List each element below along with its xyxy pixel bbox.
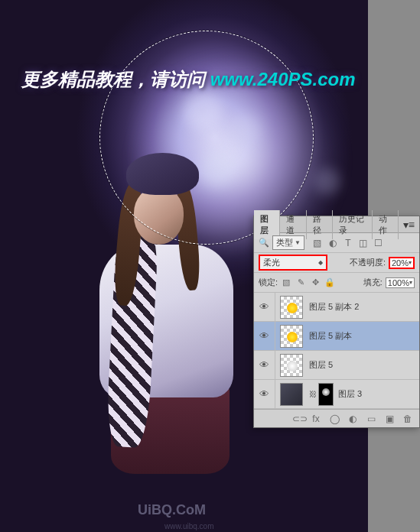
layer-thumbnail[interactable]	[280, 296, 303, 319]
fill-label: 填充:	[363, 277, 383, 288]
blend-mode-dropdown[interactable]: 柔光 ◆	[259, 255, 327, 271]
panel-menu-icon[interactable]: ▾≡	[399, 219, 419, 231]
lock-all-icon[interactable]: 🔒	[324, 277, 335, 287]
panel-bottom-toolbar: ⊂⊃ fx ◯ ◐ ▭ ▣ 🗑	[254, 409, 419, 427]
layer-row[interactable]: 👁 图层 5	[254, 351, 419, 380]
fill-input[interactable]: 100% ▾	[386, 277, 415, 288]
layer-thumbnail[interactable]	[280, 354, 303, 377]
chevron-down-icon: ◆	[318, 259, 323, 266]
layer-mask-icon[interactable]: ◯	[329, 414, 340, 424]
layer-row[interactable]: 👁 图层 5 副本	[254, 322, 419, 351]
bokeh	[314, 168, 340, 195]
visibility-toggle[interactable]: 👁	[254, 351, 275, 379]
layer-name[interactable]: 图层 5 副本	[308, 330, 352, 342]
link-layers-icon[interactable]: ⊂⊃	[292, 414, 303, 424]
watermark-label: 更多精品教程，请访问	[21, 69, 210, 89]
group-icon[interactable]: ▭	[366, 414, 376, 424]
lock-row: 锁定: ▧ ✎ ✥ 🔒 填充: 100% ▾	[254, 273, 419, 293]
lock-label: 锁定:	[259, 277, 278, 288]
visibility-toggle[interactable]: 👁	[254, 322, 275, 350]
shape-filter-icon[interactable]: ◫	[358, 238, 369, 248]
watermark-text: 更多精品教程，请访问 www.240PS.com	[21, 67, 356, 92]
layer-name[interactable]: 图层 5	[308, 359, 333, 371]
layer-row[interactable]: 👁 图层 5 副本 2	[254, 293, 419, 322]
adjustment-filter-icon[interactable]: ◐	[327, 238, 338, 248]
layer-name[interactable]: 图层 3	[337, 388, 362, 400]
layer-fx-icon[interactable]: fx	[311, 414, 321, 424]
lock-icons: ▧ ✎ ✥ 🔒	[281, 277, 335, 287]
blend-mode-value: 柔光	[263, 257, 280, 268]
lock-pixels-icon[interactable]: ✎	[295, 277, 306, 287]
lock-position-icon[interactable]: ✥	[310, 277, 321, 287]
chevron-down-icon: ▼	[295, 239, 301, 246]
panel-tabs: 图层 通道 路径 历史记录 动作 ▾≡	[254, 216, 419, 233]
lock-transparency-icon[interactable]: ▧	[281, 277, 291, 287]
opacity-label: 不透明度:	[350, 257, 386, 268]
layer-thumbnail[interactable]	[280, 325, 303, 348]
pixel-filter-icon[interactable]: ▧	[312, 238, 323, 248]
visibility-toggle[interactable]: 👁	[254, 293, 275, 321]
delete-layer-icon[interactable]: 🗑	[402, 414, 413, 424]
new-layer-icon[interactable]: ▣	[384, 414, 395, 424]
layer-mask-thumbnail[interactable]	[318, 383, 334, 406]
watermark-bottom: UiBQ.CoM	[138, 502, 206, 518]
opacity-value: 20%	[392, 258, 409, 268]
tab-history[interactable]: 历史记录	[333, 210, 373, 239]
type-filter-icon[interactable]: T	[343, 238, 353, 248]
watermark-sub: www.uibq.com	[164, 522, 213, 530]
tab-layers[interactable]: 图层	[254, 210, 280, 239]
opacity-input[interactable]: 20% ▾	[389, 257, 415, 269]
layer-name[interactable]: 图层 5 副本 2	[308, 301, 359, 313]
filter-type-dropdown[interactable]: 类型 ▼	[272, 235, 304, 250]
mask-link-icon[interactable]: ⛓	[308, 390, 318, 398]
layers-list: 👁 图层 5 副本 2 👁 图层 5 副本 👁 图层 5 👁 ⛓ 图层 3	[254, 293, 419, 409]
layers-panel: 图层 通道 路径 历史记录 动作 ▾≡ 🔍 类型 ▼ ▧ ◐ T ◫ ☐ 柔光 …	[253, 216, 420, 428]
blend-row: 柔光 ◆ 不透明度: 20% ▾	[254, 253, 419, 273]
chevron-down-icon: ▾	[409, 279, 412, 286]
adjustment-layer-icon[interactable]: ◐	[347, 414, 358, 424]
visibility-toggle[interactable]: 👁	[254, 380, 275, 408]
fill-value: 100%	[388, 278, 409, 287]
tab-actions[interactable]: 动作	[373, 210, 399, 239]
chevron-down-icon: ▾	[409, 259, 412, 266]
tab-paths[interactable]: 路径	[307, 210, 333, 239]
filter-type-label: 类型	[276, 237, 293, 248]
layer-thumbnail[interactable]	[280, 383, 303, 406]
filter-type-icons: ▧ ◐ T ◫ ☐	[312, 238, 384, 248]
watermark-url: www.240PS.com	[210, 69, 356, 89]
smart-filter-icon[interactable]: ☐	[373, 238, 384, 248]
search-icon[interactable]: 🔍	[259, 238, 269, 248]
tab-channels[interactable]: 通道	[280, 210, 306, 239]
layer-row[interactable]: 👁 ⛓ 图层 3	[254, 380, 419, 409]
